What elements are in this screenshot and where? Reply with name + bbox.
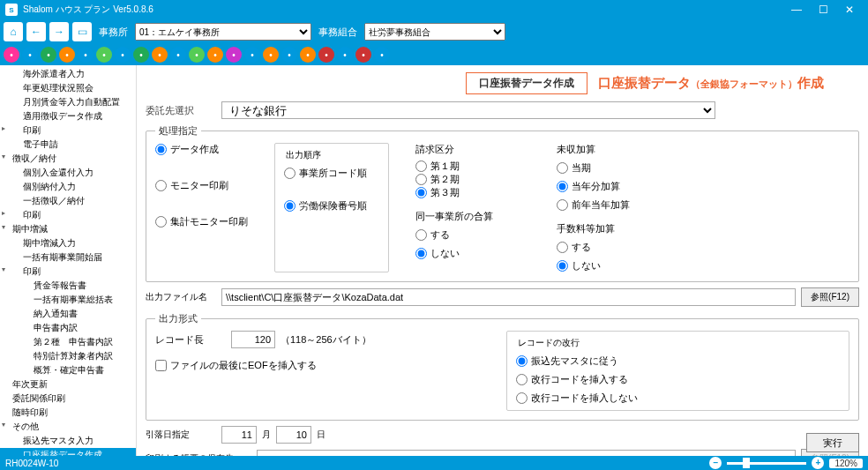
window-icon[interactable]: ▭ <box>72 22 92 41</box>
strip-icon-12[interactable]: • <box>226 47 242 63</box>
consignee-select[interactable]: りそな銀行 <box>221 101 715 119</box>
tree-node-0[interactable]: 海外派遣者入力 <box>0 67 136 81</box>
union-select[interactable]: 社労夢事務組合 <box>364 23 505 41</box>
strip-icon-14[interactable]: • <box>263 47 279 63</box>
fee-opt-0[interactable]: する <box>557 241 630 254</box>
claim-opt-0[interactable]: 第１期 <box>415 160 530 173</box>
title-bar: S Shalom ハウス プラン Ver5.0.8.6 — ☐ ✕ <box>0 0 868 19</box>
tree-node-12[interactable]: 期中増減入力 <box>0 236 136 250</box>
close-button[interactable]: ✕ <box>836 4 863 16</box>
same-opt-1[interactable]: しない <box>415 247 530 260</box>
tree-node-14[interactable]: 印刷 <box>0 265 136 279</box>
tree-node-15[interactable]: 賃金等報告書 <box>0 279 136 293</box>
tree-node-26[interactable]: 振込先マスタ入力 <box>0 434 136 448</box>
proc-opt-2[interactable]: 集計モニター印刷 <box>155 215 248 228</box>
order-opt-0[interactable]: 事業所コード順 <box>284 167 379 180</box>
strip-icon-7[interactable]: • <box>133 47 149 63</box>
strip-icon-1[interactable]: • <box>22 47 38 63</box>
tree-node-24[interactable]: 随時印刷 <box>0 406 136 420</box>
zoom-in-button[interactable]: + <box>812 457 824 469</box>
tree-node-4[interactable]: 印刷 <box>0 123 136 138</box>
back-icon[interactable]: ← <box>26 22 46 41</box>
tree-node-3[interactable]: 適用徴収データ作成 <box>0 109 136 123</box>
tree-node-13[interactable]: 一括有期事業開始届 <box>0 250 136 265</box>
strip-icon-2[interactable]: • <box>41 47 56 63</box>
strip-icon-13[interactable]: • <box>244 47 260 63</box>
tree-node-17[interactable]: 納入通知書 <box>0 307 136 321</box>
strip-icon-9[interactable]: • <box>170 47 186 63</box>
same-opt-0[interactable]: する <box>415 228 530 242</box>
misyu-opt-1[interactable]: 当年分加算 <box>557 180 630 193</box>
tree-node-21[interactable]: 概算・確定申告書 <box>0 363 136 377</box>
tree-node-2[interactable]: 月別賃金等入力自動配置 <box>0 95 136 109</box>
strip-icon-20[interactable]: • <box>374 47 390 63</box>
status-bar: RH0024W-10 − + 120% <box>0 456 868 470</box>
file-input[interactable] <box>221 288 796 306</box>
tree-node-8[interactable]: 個別納付入力 <box>0 180 136 194</box>
misyu-opt-2[interactable]: 前年当年加算 <box>557 198 630 212</box>
page-title: 口座振替データ（全銀協フォーマット）作成 <box>598 75 824 92</box>
execute-button[interactable]: 実行 <box>806 433 859 452</box>
nl-opt-0[interactable]: 振込先マスタに従う <box>516 354 841 368</box>
tree-node-19[interactable]: 第２種 申告書内訳 <box>0 335 136 349</box>
tree-node-9[interactable]: 一括徴収／納付 <box>0 194 136 208</box>
zoom-slider[interactable] <box>727 462 806 465</box>
claim-opt-1[interactable]: 第２期 <box>415 173 530 186</box>
nl-opt-2[interactable]: 改行コードを挿入しない <box>516 392 841 405</box>
date-month-input[interactable] <box>221 426 257 444</box>
home-icon[interactable]: ⌂ <box>4 22 23 41</box>
reclen-input[interactable] <box>231 331 275 348</box>
save-path-input[interactable] <box>257 450 796 456</box>
strip-icon-18[interactable]: • <box>337 47 353 63</box>
nl-opt-1[interactable]: 改行コードを挿入する <box>516 373 841 386</box>
tree-node-27[interactable]: 口座振替データ作成 <box>0 448 136 456</box>
maximize-button[interactable]: ☐ <box>810 4 836 16</box>
strip-icon-11[interactable]: • <box>207 47 223 63</box>
window-title: Shalom ハウス プラン Ver5.0.8.6 <box>23 4 783 16</box>
strip-icon-16[interactable]: • <box>300 47 316 63</box>
claim-group: 請求区分 第１期 第２期 第３期 <box>415 143 530 199</box>
file-label: 出力ファイル名 <box>146 291 216 303</box>
forward-icon[interactable]: → <box>49 22 69 41</box>
tree-node-7[interactable]: 個別入金還付入力 <box>0 166 136 180</box>
strip-icon-17[interactable]: • <box>318 47 334 63</box>
tree-node-1[interactable]: 年更処理状況照会 <box>0 81 136 95</box>
claim-opt-2[interactable]: 第３期 <box>415 186 530 199</box>
strip-icon-0[interactable]: • <box>4 47 19 63</box>
nav-tree[interactable]: 海外派遣者入力年更処理状況照会月別賃金等入力自動配置適用徴収データ作成印刷電子申… <box>0 65 137 456</box>
tree-node-10[interactable]: 印刷 <box>0 208 136 222</box>
browse-button[interactable]: 参照(F12) <box>801 287 859 307</box>
fee-opt-1[interactable]: しない <box>557 259 630 272</box>
strip-icon-5[interactable]: • <box>96 47 112 63</box>
save-label: 印刷する帳票の保存先 <box>146 452 251 456</box>
proc-opt-0[interactable]: データ作成 <box>155 143 248 156</box>
strip-icon-10[interactable]: • <box>189 47 205 63</box>
misyu-opt-0[interactable]: 当期 <box>557 161 630 175</box>
strip-icon-6[interactable]: • <box>115 47 131 63</box>
tree-node-18[interactable]: 申告書内訳 <box>0 321 136 335</box>
tree-node-16[interactable]: 一括有期事業総括表 <box>0 293 136 307</box>
eof-checkbox[interactable]: ファイルの最後にEOFを挿入する <box>155 359 480 372</box>
strip-icon-19[interactable]: • <box>355 47 371 63</box>
tree-node-6[interactable]: 徴収／納付 <box>0 152 136 166</box>
tree-node-11[interactable]: 期中増減 <box>0 222 136 236</box>
tree-node-25[interactable]: その他 <box>0 420 136 434</box>
strip-icon-8[interactable]: • <box>152 47 168 63</box>
process-legend: 処理指定 <box>155 124 201 138</box>
minimize-button[interactable]: — <box>783 4 810 16</box>
strip-icon-4[interactable]: • <box>78 47 94 63</box>
tree-node-23[interactable]: 委託関係印刷 <box>0 392 136 406</box>
tree-node-5[interactable]: 電子申請 <box>0 138 136 152</box>
zoom-out-button[interactable]: − <box>709 457 722 469</box>
status-code: RH0024W-10 <box>5 459 709 468</box>
format-fieldset: 出力形式 レコード長 （118～256バイト） ファイルの最後にEOFを挿入する… <box>146 312 859 421</box>
tree-node-22[interactable]: 年次更新 <box>0 377 136 392</box>
tree-node-20[interactable]: 特別計算対象者内訳 <box>0 349 136 363</box>
date-day-input[interactable] <box>276 426 311 444</box>
strip-icon-3[interactable]: • <box>59 47 75 63</box>
order-opt-1[interactable]: 労働保険番号順 <box>284 199 379 213</box>
proc-opt-1[interactable]: モニター印刷 <box>155 179 248 192</box>
consignee-label: 委託先選択 <box>146 104 216 117</box>
strip-icon-15[interactable]: • <box>281 47 297 63</box>
office-select[interactable]: 01：エムケイ事務所 <box>135 23 311 41</box>
